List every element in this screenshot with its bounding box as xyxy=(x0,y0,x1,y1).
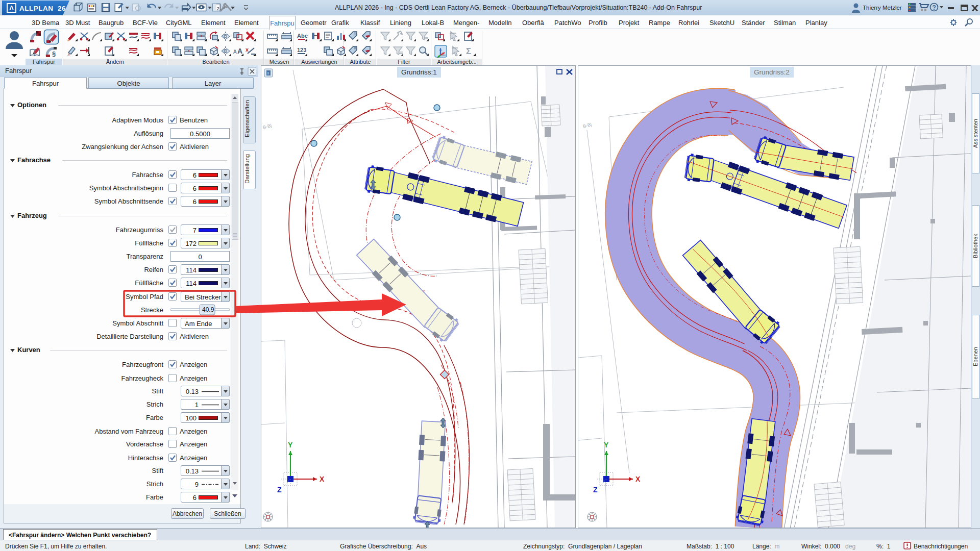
svg-text:A: A xyxy=(237,47,242,55)
svg-text:x: x xyxy=(246,46,249,53)
svg-text:B-B|: B-B| xyxy=(262,123,272,130)
svg-text:A: A xyxy=(233,49,237,55)
svg-text:Z: Z xyxy=(277,486,282,494)
svg-text:B-B|: B-B| xyxy=(582,122,592,129)
svg-text:X: X xyxy=(635,475,641,483)
svg-text:Abc: Abc xyxy=(297,33,308,39)
svg-text:Σ: Σ xyxy=(466,46,471,56)
svg-text:i: i xyxy=(267,71,268,76)
svg-text:X: X xyxy=(320,475,325,483)
svg-text:Z: Z xyxy=(593,486,598,494)
svg-text:Y: Y xyxy=(288,441,293,449)
svg-text:?: ? xyxy=(933,4,936,11)
svg-text:§: § xyxy=(52,50,56,58)
svg-text:123: 123 xyxy=(297,47,306,53)
svg-text:40.9: 40.9 xyxy=(202,306,214,313)
svg-text:Y: Y xyxy=(604,441,609,449)
